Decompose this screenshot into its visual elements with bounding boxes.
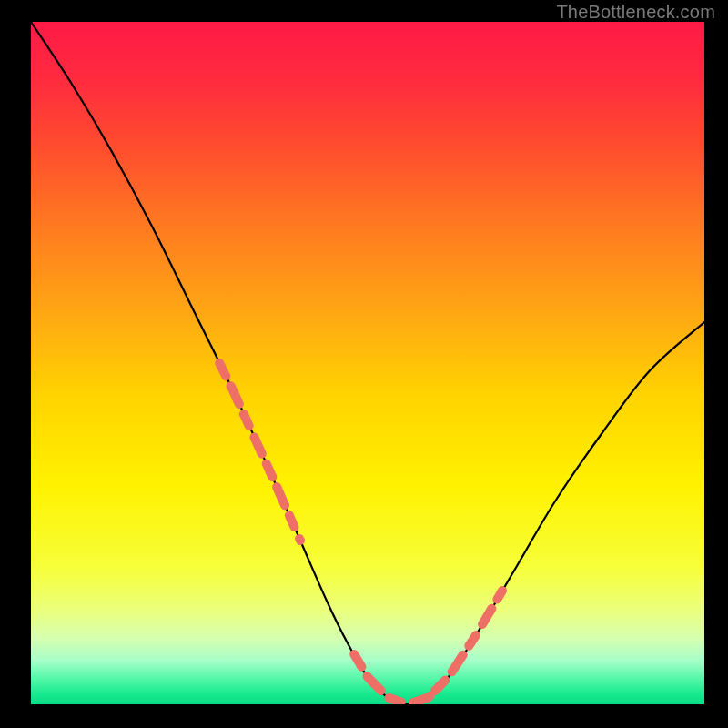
gradient-background	[31, 22, 704, 704]
bottleneck-chart	[31, 22, 704, 704]
chart-frame	[31, 22, 704, 704]
watermark-text: TheBottleneck.com	[556, 2, 715, 23]
